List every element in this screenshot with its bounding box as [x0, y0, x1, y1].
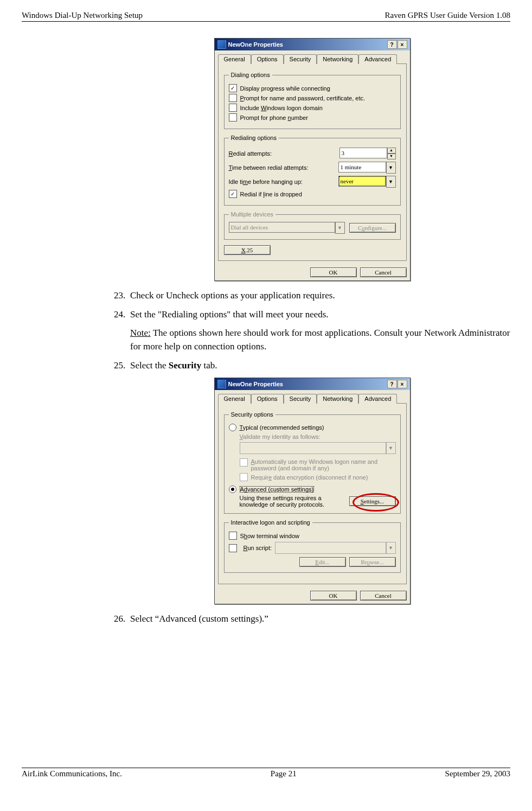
footer-center: Page 21	[271, 769, 297, 778]
step-25-post: tab.	[201, 360, 217, 371]
run-script-checkbox[interactable]	[229, 544, 237, 552]
validate-combo: ▼	[240, 442, 396, 454]
dial-all-combo: ▼	[229, 222, 345, 234]
advanced-radio[interactable]	[229, 486, 236, 493]
step-24: 24.Set the "Redialing options" that will…	[114, 308, 510, 322]
advanced-radio-label: Advanced (custom settings)	[240, 486, 315, 493]
browse-button: Browse...	[349, 557, 396, 567]
run-script-input	[275, 542, 386, 554]
run-script-label: Run script:	[243, 545, 272, 551]
options-dialog-titlebar[interactable]: NewOne Properties ? ×	[215, 39, 410, 50]
content-area: NewOne Properties ? × General Options Se…	[114, 38, 510, 626]
idle-time-input[interactable]	[338, 176, 386, 187]
step-24-number: 24.	[114, 308, 130, 322]
tab-security[interactable]: Security	[284, 394, 317, 404]
x25-button[interactable]: X.25	[224, 245, 271, 255]
edit-button: Edit...	[299, 557, 346, 567]
display-progress-label: Display progress while connecting	[240, 85, 330, 92]
auto-logon-label: Automatically use my Windows logon name …	[251, 458, 392, 471]
page: Windows Dial-Up Networking Setup Raven G…	[0, 0, 532, 789]
prompt-phone-checkbox[interactable]	[229, 113, 237, 122]
auto-logon-checkbox	[240, 458, 248, 467]
help-button[interactable]: ?	[387, 380, 397, 388]
prompt-phone-label: Prompt for phone number	[240, 114, 308, 121]
spinner-up-icon[interactable]: ▲	[387, 148, 396, 154]
step-25: 25.Select the Security tab.	[114, 359, 510, 373]
note-label: Note:	[130, 328, 151, 338]
dialog-button-row: OK Cancel	[215, 264, 410, 280]
tab-general[interactable]: General	[218, 394, 251, 404]
settings-button[interactable]: Settings...	[349, 496, 396, 506]
tab-options[interactable]: Options	[251, 394, 284, 404]
security-dialog-titlebar[interactable]: NewOne Properties ? ×	[215, 378, 410, 390]
run-script-combo: ▼	[275, 542, 395, 554]
tab-strip: General Options Security Networking Adva…	[215, 390, 410, 403]
dial-all-input	[229, 222, 335, 233]
show-terminal-checkbox[interactable]	[229, 532, 237, 540]
multiple-devices-legend: Multiple devices	[229, 211, 275, 218]
security-dialog: NewOne Properties ? × General Options Se…	[214, 378, 411, 604]
show-terminal-label: Show terminal window	[240, 533, 299, 539]
require-encryption-checkbox	[240, 473, 248, 481]
advanced-note: Using these settings requires a knowledg…	[240, 495, 345, 508]
security-panel: Security options Typical (recommended se…	[218, 403, 407, 584]
cancel-button[interactable]: Cancel	[360, 591, 407, 601]
page-header: Windows Dial-Up Networking Setup Raven G…	[22, 11, 510, 22]
display-progress-checkbox[interactable]	[229, 84, 237, 92]
include-domain-checkbox[interactable]	[229, 104, 237, 112]
validate-input	[240, 442, 386, 454]
redial-attempts-spinner[interactable]: ▲▼	[339, 148, 396, 159]
idle-time-combo[interactable]: ▼	[338, 176, 396, 188]
app-icon	[217, 380, 226, 388]
step-23: 23.Check or Uncheck options as your appl…	[114, 289, 510, 303]
redialing-options-group: Redialing options Redial attempts: ▲▼ Ti…	[224, 135, 401, 206]
ok-button[interactable]: OK	[310, 267, 357, 277]
interactive-logon-legend: Interactive logon and scripting	[229, 519, 312, 526]
tab-security[interactable]: Security	[284, 54, 317, 64]
ok-button[interactable]: OK	[310, 591, 357, 601]
typical-radio-label: Typical (recommended settings)	[240, 424, 324, 431]
time-between-input[interactable]	[338, 162, 386, 173]
options-dialog: NewOne Properties ? × General Options Se…	[214, 38, 411, 281]
tab-advanced[interactable]: Advanced	[358, 54, 397, 64]
step-25-number: 25.	[114, 359, 130, 373]
app-icon	[217, 40, 226, 49]
note-body: The options shown here should work for m…	[130, 328, 510, 352]
redial-dropped-checkbox[interactable]	[229, 190, 237, 198]
footer-left: AirLink Communications, Inc.	[22, 769, 122, 778]
typical-radio[interactable]	[229, 424, 236, 431]
step-23-number: 23.	[114, 289, 130, 303]
time-between-label: Time between redial attempts:	[229, 164, 338, 171]
tab-general[interactable]: General	[218, 54, 251, 64]
spinner-down-icon[interactable]: ▼	[387, 154, 396, 159]
tab-networking[interactable]: Networking	[317, 54, 358, 64]
tab-networking[interactable]: Networking	[317, 394, 358, 404]
security-options-legend: Security options	[229, 411, 275, 418]
tab-strip: General Options Security Networking Adva…	[215, 50, 410, 63]
interactive-logon-group: Interactive logon and scripting Show ter…	[224, 519, 401, 573]
redial-attempts-label: Redial attempts:	[229, 150, 339, 157]
prompt-name-checkbox[interactable]	[229, 94, 237, 102]
chevron-down-icon: ▼	[335, 222, 345, 234]
chevron-down-icon: ▼	[386, 542, 396, 554]
configure-button: Configure...	[349, 223, 396, 233]
security-dialog-title: NewOne Properties	[228, 381, 283, 387]
step-26-text: Select “Advanced (custom settings).”	[130, 614, 268, 624]
tab-advanced[interactable]: Advanced	[358, 394, 397, 404]
redial-attempts-input[interactable]	[339, 148, 387, 158]
step-26: 26.Select “Advanced (custom settings).”	[114, 612, 510, 626]
prompt-name-label: Prompt for name and password, certificat…	[240, 95, 366, 101]
redial-dropped-label: Redial if line is dropped	[240, 191, 302, 197]
header-right: Raven GPRS User Guide Version 1.08	[385, 11, 510, 20]
chevron-down-icon[interactable]: ▼	[386, 176, 396, 188]
close-button[interactable]: ×	[398, 40, 407, 49]
chevron-down-icon[interactable]: ▼	[386, 162, 396, 174]
options-panel: Dialing options Display progress while c…	[218, 63, 407, 261]
include-domain-label: Include Windows logon domain	[240, 105, 323, 111]
time-between-combo[interactable]: ▼	[338, 162, 396, 174]
multiple-devices-group: Multiple devices ▼ Configure...	[224, 211, 401, 240]
close-button[interactable]: ×	[398, 380, 407, 388]
tab-options[interactable]: Options	[251, 54, 284, 64]
help-button[interactable]: ?	[387, 40, 397, 49]
cancel-button[interactable]: Cancel	[360, 267, 407, 277]
